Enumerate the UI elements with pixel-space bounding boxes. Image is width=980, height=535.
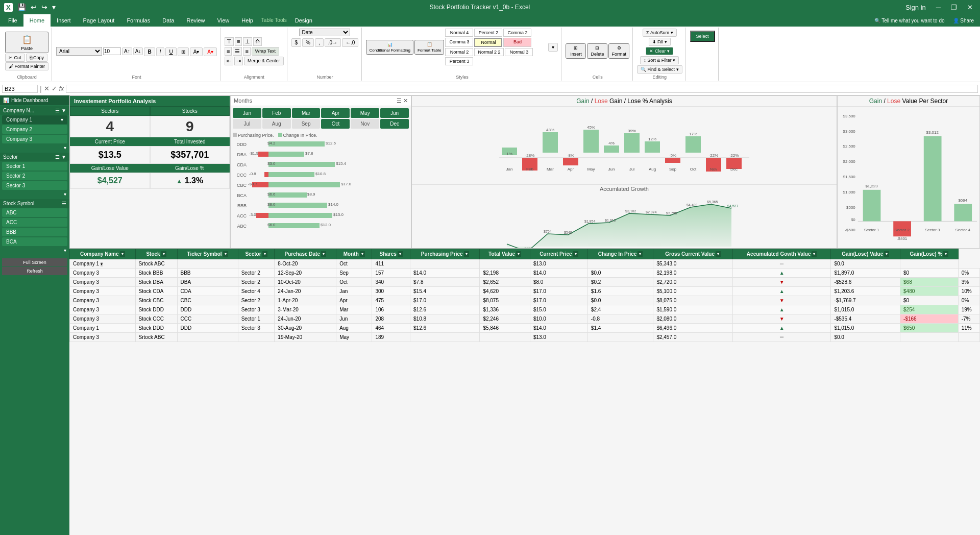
align-right-button[interactable]: ≡	[243, 47, 250, 56]
month-jul[interactable]: Jul	[233, 119, 261, 129]
align-middle-button[interactable]: ≡	[235, 37, 242, 46]
find-select-button[interactable]: 🔍 Find & Select ▾	[637, 65, 682, 74]
save-button[interactable]: 💾	[16, 3, 28, 12]
fill-button[interactable]: ⬇ Fill ▾	[649, 38, 671, 46]
qat-dropdown-button[interactable]: ▾	[51, 3, 57, 12]
format-painter-button[interactable]: 🖌 Format Painter	[5, 62, 48, 70]
border-button[interactable]: ⊞	[178, 47, 189, 56]
sort-filter-button[interactable]: ↕ Sort & Filter ▾	[640, 56, 679, 64]
decrease-decimal-button[interactable]: ←.0	[342, 38, 358, 47]
fill-color-button[interactable]: A▾	[190, 47, 203, 56]
delete-button[interactable]: ⊟ Delete	[587, 43, 607, 59]
full-screen-button[interactable]: Full Screen	[2, 258, 67, 266]
share-button[interactable]: 👤 Share	[949, 14, 978, 27]
restore-button[interactable]: ❐	[948, 3, 960, 12]
style-percent-2[interactable]: Percent 2	[474, 29, 502, 37]
tab-formulas[interactable]: Formulas	[120, 14, 156, 27]
sidebar-item-sector3[interactable]: Sector 3	[2, 181, 67, 190]
accumulated-growth-filter[interactable]: ▾	[812, 251, 817, 257]
increase-indent-button[interactable]: ⇥	[234, 57, 243, 65]
tab-insert[interactable]: Insert	[51, 14, 77, 27]
company-scroll-down-icon[interactable]: ▾	[0, 144, 69, 152]
increase-font-button[interactable]: A↑	[122, 47, 132, 55]
select-button[interactable]: Select	[690, 31, 715, 42]
style-comma-3[interactable]: Comma 3	[445, 38, 473, 47]
month-feb[interactable]: Feb	[262, 108, 291, 118]
sector-filter-icons[interactable]: ☰ ▼	[55, 154, 66, 160]
month-apr[interactable]: Apr	[321, 108, 350, 118]
paste-button[interactable]: 📋 Paste	[5, 32, 48, 53]
company-name-filter[interactable]: ▾	[120, 251, 125, 257]
sidebar-item-sector1[interactable]: Sector 1	[2, 162, 67, 171]
shares-filter[interactable]: ▾	[398, 251, 403, 257]
autosum-button[interactable]: Σ AutoSum ▾	[643, 29, 677, 37]
align-top-button[interactable]: ⊤	[225, 37, 234, 46]
sidebar-item-company2[interactable]: Company 2	[2, 125, 67, 134]
cancel-formula-icon[interactable]: ✕	[44, 85, 50, 92]
stock-filter[interactable]: ▾	[161, 251, 166, 257]
font-name-select[interactable]: Arial	[56, 47, 102, 56]
style-normal-2[interactable]: Normal 2	[445, 48, 473, 56]
company-filter-icons[interactable]: ☰ ▼	[55, 108, 66, 113]
font-color-button[interactable]: A▾	[204, 47, 217, 56]
tab-design[interactable]: Design	[289, 14, 318, 27]
hide-dashboard-button[interactable]: 📊 Hide Dashboard	[0, 95, 69, 105]
underline-button[interactable]: U	[165, 47, 176, 56]
percent-button[interactable]: %	[302, 38, 314, 47]
italic-button[interactable]: I	[156, 47, 165, 56]
refresh-button[interactable]: Refresh	[2, 267, 67, 275]
months-icons[interactable]: ☰ ✕	[397, 98, 408, 104]
sidebar-item-sector2[interactable]: Sector 2	[2, 172, 67, 180]
style-normal-3[interactable]: Normal 3	[505, 48, 533, 56]
currency-button[interactable]: $	[291, 38, 302, 47]
sidebar-item-bbb[interactable]: BBB	[2, 228, 67, 236]
current-price-filter[interactable]: ▾	[573, 251, 578, 257]
styles-scroll-button[interactable]: ▾	[548, 43, 558, 52]
stock-filter-icons[interactable]: ☰	[62, 201, 66, 206]
cell-reference-input[interactable]	[2, 85, 38, 93]
tab-home[interactable]: Home	[23, 14, 51, 27]
insert-button[interactable]: ⊞ Insert	[566, 43, 586, 59]
tab-view[interactable]: View	[211, 14, 236, 27]
clear-button[interactable]: ✕ Clear ▾	[646, 47, 673, 55]
sector-filter[interactable]: ▾	[262, 251, 267, 257]
align-left-button[interactable]: ≡	[225, 47, 232, 56]
tell-me-button[interactable]: 🔍 Tell me what you want to do	[870, 14, 949, 27]
month-jan[interactable]: Jan	[233, 108, 261, 118]
format-table-button[interactable]: 📋 Format Table	[414, 40, 445, 55]
row-expand-button[interactable]: ▾	[101, 262, 103, 266]
month-oct[interactable]: Oct	[321, 119, 350, 129]
month-dec[interactable]: Dec	[380, 119, 409, 129]
number-format-select[interactable]: Date General Number Currency Percentage	[299, 29, 350, 36]
month-aug[interactable]: Aug	[262, 119, 291, 129]
style-percent-3[interactable]: Percent 3	[445, 57, 473, 65]
confirm-formula-icon[interactable]: ✓	[52, 85, 57, 92]
sidebar-item-abc[interactable]: ABC	[2, 208, 67, 217]
month-sep[interactable]: Sep	[292, 119, 321, 129]
tab-file[interactable]: File	[2, 14, 23, 27]
sector-scroll-down-icon[interactable]: ▾	[0, 190, 69, 198]
close-button[interactable]: ✕	[964, 3, 976, 12]
redo-button[interactable]: ↪	[40, 3, 49, 12]
sign-in-button[interactable]: Sign in	[902, 3, 929, 12]
decrease-font-button[interactable]: A↓	[133, 47, 143, 55]
tab-review[interactable]: Review	[180, 14, 211, 27]
gain-lose-pct-filter[interactable]: ▾	[943, 251, 948, 257]
month-mar[interactable]: Mar	[292, 108, 321, 118]
text-angle-button[interactable]: ⟰	[253, 37, 262, 46]
style-bad[interactable]: Bad	[503, 38, 531, 47]
quick-access-toolbar[interactable]: 💾 ↩ ↪ ▾	[16, 3, 57, 12]
format-button[interactable]: ⚙ Format	[608, 43, 629, 59]
conditional-formatting-button[interactable]: 📊 Conditional Formatting	[366, 40, 413, 55]
month-may[interactable]: May	[351, 108, 379, 118]
tab-data[interactable]: Data	[156, 14, 180, 27]
total-value-filter[interactable]: ▾	[516, 251, 521, 257]
cut-button[interactable]: ✂ Cut	[5, 54, 25, 62]
ticker-filter[interactable]: ▾	[223, 251, 228, 257]
month-filter[interactable]: ▾	[360, 251, 365, 257]
sidebar-item-company1[interactable]: Company 1 ▾	[2, 115, 67, 124]
stock-scroll-down-icon[interactable]: ▾	[0, 247, 69, 254]
font-size-input[interactable]	[103, 47, 121, 55]
tab-help[interactable]: Help	[235, 14, 259, 27]
undo-button[interactable]: ↩	[29, 3, 38, 12]
